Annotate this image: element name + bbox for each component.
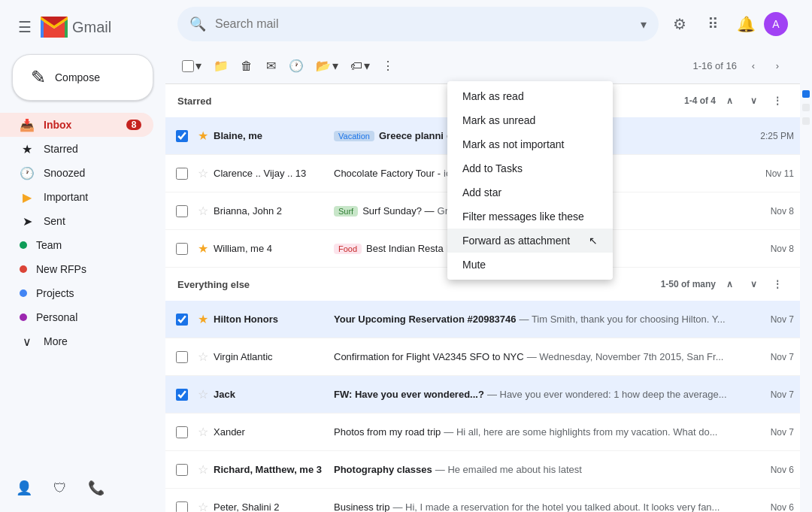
notifications-button[interactable]: 🔔 <box>731 9 761 39</box>
search-input[interactable] <box>215 17 632 31</box>
menu-item-add-star[interactable]: Add star <box>447 180 613 204</box>
archive-button[interactable]: 📁 <box>209 54 233 78</box>
context-menu: Mark as read Mark as unread Mark as not … <box>447 81 613 280</box>
right-panel-icon-1[interactable] <box>802 90 810 98</box>
menu-item-add-tasks[interactable]: Add to Tasks <box>447 156 613 180</box>
forward-attachment-label: Forward as attachment <box>462 235 570 247</box>
prev-page-button[interactable]: ‹ <box>743 56 764 77</box>
checkbox-e1[interactable] <box>176 130 188 142</box>
table-row[interactable]: ☆ Richard, Matthew, me 3 Photography cla… <box>165 451 800 489</box>
compose-plus-icon: ✎ <box>31 67 46 88</box>
row-checkbox-e3[interactable] <box>171 205 192 217</box>
manage-account-button[interactable]: 👤 <box>12 476 36 500</box>
inbox-icon: 📥 <box>20 118 35 132</box>
more-button[interactable]: ⋮ <box>377 54 398 78</box>
avatar[interactable]: A <box>764 12 788 36</box>
apps-button[interactable]: ⠿ <box>698 9 728 39</box>
table-row[interactable]: ☆ Peter, Shalini 2 Business trip — Hi, I… <box>165 489 800 512</box>
sidebar-item-personal[interactable]: Personal <box>0 305 153 329</box>
select-all-checkbox[interactable] <box>182 60 194 72</box>
menu-item-forward-attachment[interactable]: Forward as attachment ↖ <box>447 229 613 253</box>
row-checkbox-e5[interactable] <box>171 314 192 326</box>
row-checkbox-e8[interactable] <box>171 426 192 438</box>
row-checkbox-e2[interactable] <box>171 168 192 180</box>
table-row[interactable]: ☆ Xander Photos from my road trip — Hi a… <box>165 414 800 451</box>
star-e5[interactable]: ★ <box>192 312 214 326</box>
star-e3[interactable]: ☆ <box>192 204 214 218</box>
delete-button[interactable]: 🗑 <box>236 54 257 78</box>
star-e2[interactable]: ☆ <box>192 166 214 180</box>
checkbox-e9[interactable] <box>176 464 188 476</box>
row-checkbox-e10[interactable] <box>171 501 192 513</box>
menu-item-mute[interactable]: Mute <box>447 253 613 277</box>
select-all-button[interactable]: ▾ <box>177 54 206 78</box>
else-next-button[interactable]: ∨ <box>743 274 764 295</box>
menu-button[interactable]: ☰ <box>12 12 38 42</box>
row-checkbox-e7[interactable] <box>171 389 192 401</box>
next-page-button[interactable]: › <box>767 56 788 77</box>
phone-button[interactable]: 📞 <box>84 476 108 500</box>
checkbox-e7[interactable] <box>176 389 188 401</box>
star-e10[interactable]: ☆ <box>192 500 214 512</box>
starred-more-button[interactable]: ⋮ <box>767 90 788 111</box>
else-more-button[interactable]: ⋮ <box>767 274 788 295</box>
table-row[interactable]: ☆ Virgin Atlantic Confirmation for Fligh… <box>165 338 800 376</box>
sidebar-item-projects[interactable]: Projects <box>0 281 153 305</box>
settings-button[interactable]: ⚙ <box>665 9 695 39</box>
sidebar-item-inbox[interactable]: 📥 Inbox 8 <box>0 113 153 137</box>
search-dropdown-icon[interactable]: ▾ <box>641 17 647 32</box>
snooze-button[interactable]: 🕐 <box>284 54 308 78</box>
sidebar-item-team[interactable]: Team <box>0 233 153 257</box>
table-row[interactable]: ☆ Jack FW: Have you ever wondered...? — … <box>165 376 800 414</box>
row-checkbox-e9[interactable] <box>171 464 192 476</box>
starred-prev-button[interactable]: ∧ <box>719 90 740 111</box>
date-e10: Nov 6 <box>765 502 794 513</box>
checkbox-e10[interactable] <box>176 501 188 513</box>
table-row[interactable]: ★ Hilton Honors Your Upcoming Reservatio… <box>165 301 800 338</box>
right-panel-icon-3[interactable] <box>802 117 810 125</box>
sidebar-item-sent[interactable]: ➤ Sent <box>0 209 153 233</box>
star-e7[interactable]: ☆ <box>192 387 214 401</box>
checkbox-e6[interactable] <box>176 351 188 363</box>
menu-item-mark-not-important[interactable]: Mark as not important <box>447 132 613 156</box>
compose-button[interactable]: ✎ Compose <box>12 54 153 101</box>
menu-item-mark-unread[interactable]: Mark as unread <box>447 108 613 132</box>
tag-e1: Vacation <box>334 131 374 141</box>
checkbox-e4[interactable] <box>176 243 188 255</box>
star-e4[interactable]: ★ <box>192 241 214 256</box>
right-panel-icon-2[interactable] <box>802 104 810 111</box>
checkbox-e2[interactable] <box>176 168 188 180</box>
select-dropdown-icon[interactable]: ▾ <box>195 59 201 73</box>
row-checkbox-e1[interactable] <box>171 130 192 142</box>
starred-next-button[interactable]: ∨ <box>743 90 764 111</box>
labels-button[interactable]: 🏷▾ <box>346 54 374 78</box>
sidebar-item-snoozed[interactable]: 🕐 Snoozed <box>0 161 153 185</box>
sidebar-item-new-rfps[interactable]: New RFPs <box>0 257 153 281</box>
search-bar[interactable]: 🔍 ▾ <box>177 7 659 41</box>
sidebar-item-starred[interactable]: ★ Starred <box>0 137 153 161</box>
move-to-button[interactable]: 📂▾ <box>311 54 343 78</box>
row-checkbox-e6[interactable] <box>171 351 192 363</box>
checkbox-e8[interactable] <box>176 426 188 438</box>
preview-e6: — Wednesday, November 7th 2015, San Fr..… <box>527 351 724 362</box>
star-e6[interactable]: ☆ <box>192 350 214 364</box>
else-prev-button[interactable]: ∧ <box>719 274 740 295</box>
move-dropdown-icon[interactable]: ▾ <box>332 59 338 73</box>
menu-item-mark-read[interactable]: Mark as read <box>447 84 613 108</box>
svg-rect-1 <box>65 20 68 38</box>
star-e8[interactable]: ☆ <box>192 425 214 439</box>
sidebar-item-important[interactable]: ▶ Important <box>0 185 153 209</box>
support-button[interactable]: 🛡 <box>48 476 72 500</box>
checkbox-e5[interactable] <box>176 314 188 326</box>
date-e6: Nov 7 <box>765 352 794 362</box>
star-e1[interactable]: ★ <box>192 129 214 143</box>
subject-e1: Greece planni <box>379 130 444 141</box>
menu-item-filter-messages[interactable]: Filter messages like these <box>447 204 613 229</box>
checkbox-e3[interactable] <box>176 205 188 217</box>
sidebar-item-more[interactable]: ∨ More <box>0 329 153 353</box>
star-e9[interactable]: ☆ <box>192 462 214 477</box>
starred-section-actions: 1-4 of 4 ∧ ∨ ⋮ <box>684 90 788 111</box>
row-checkbox-e4[interactable] <box>171 243 192 255</box>
labels-dropdown-icon[interactable]: ▾ <box>364 59 370 73</box>
mark-unread-button[interactable]: ✉ <box>260 54 281 78</box>
